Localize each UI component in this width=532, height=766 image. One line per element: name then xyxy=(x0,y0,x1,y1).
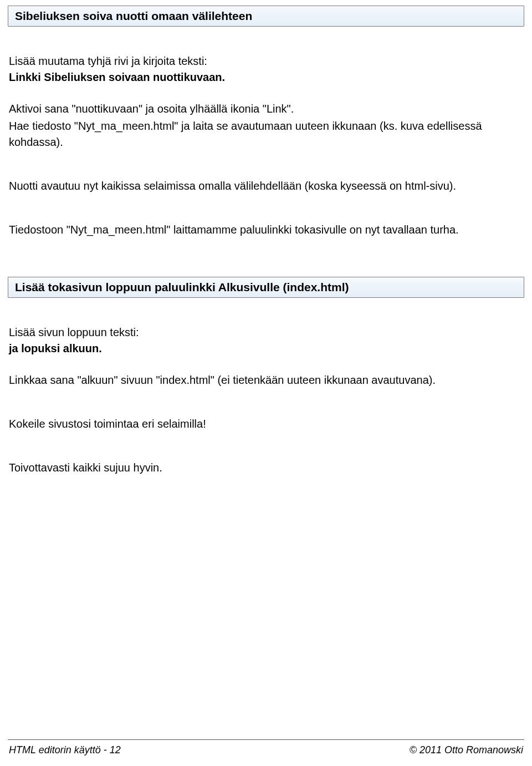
text-line: Kokeile sivustosi toimintaa eri selaimil… xyxy=(9,418,206,430)
text-line: Nuotti avautuu nyt kaikissa selaimissa o… xyxy=(9,180,456,192)
page: Sibeliuksen soiva nuotti omaan välilehte… xyxy=(0,0,532,766)
text-line: Aktivoi sana "nuottikuvaan" ja osoita yl… xyxy=(9,103,294,115)
text-line: Linkki Sibeliuksen soivaan nuottikuvaan. xyxy=(9,71,225,83)
paragraph: Linkkaa sana "alkuun" sivuun "index.html… xyxy=(9,372,524,388)
heading-text: Sibeliuksen soiva nuotti omaan välilehte… xyxy=(15,9,252,22)
paragraph: Lisää sivun loppuun teksti: xyxy=(9,324,524,341)
text-line: ja lopuksi alkuun. xyxy=(9,342,102,354)
paragraph: Toivottavasti kaikki sujuu hyvin. xyxy=(9,460,524,476)
text-line: Lisää muutama tyhjä rivi ja kirjoita tek… xyxy=(9,55,207,67)
paragraph-bold: ja lopuksi alkuun. xyxy=(9,341,524,357)
paragraph: Aktivoi sana "nuottikuvaan" ja osoita yl… xyxy=(9,101,524,117)
footer-right: © 2011 Otto Romanowski xyxy=(410,744,523,756)
text-line: Hae tiedosto "Nyt_ma_meen.html" ja laita… xyxy=(9,120,482,148)
paragraph: Hae tiedosto "Nyt_ma_meen.html" ja laita… xyxy=(9,118,508,150)
paragraph-block: Lisää muutama tyhjä rivi ja kirjoita tek… xyxy=(8,53,524,85)
paragraph: Nuotti avautuu nyt kaikissa selaimissa o… xyxy=(9,178,524,194)
text-line: Lisää sivun loppuun teksti: xyxy=(9,326,139,338)
text-line: Tiedostoon "Nyt_ma_meen.html" laittamamm… xyxy=(9,224,459,236)
footer-left: HTML editorin käyttö - 12 xyxy=(9,744,121,756)
paragraph-block: Lisää sivun loppuun teksti: ja lopuksi a… xyxy=(8,324,524,357)
paragraph-bold: Linkki Sibeliuksen soivaan nuottikuvaan. xyxy=(9,69,524,85)
paragraph: Kokeile sivustosi toimintaa eri selaimil… xyxy=(9,416,524,432)
section-heading-1: Sibeliuksen soiva nuotti omaan välilehte… xyxy=(8,6,524,27)
footer-divider xyxy=(8,739,524,740)
heading-text: Lisää tokasivun loppuun paluulinkki Alku… xyxy=(15,281,349,293)
page-footer: HTML editorin käyttö - 12 © 2011 Otto Ro… xyxy=(8,739,524,756)
paragraph: Tiedostoon "Nyt_ma_meen.html" laittamamm… xyxy=(9,222,524,238)
footer-row: HTML editorin käyttö - 12 © 2011 Otto Ro… xyxy=(8,744,524,756)
text-line: Linkkaa sana "alkuun" sivuun "index.html… xyxy=(9,374,436,386)
paragraph: Lisää muutama tyhjä rivi ja kirjoita tek… xyxy=(9,53,524,69)
text-line: Toivottavasti kaikki sujuu hyvin. xyxy=(9,461,162,474)
section-heading-2: Lisää tokasivun loppuun paluulinkki Alku… xyxy=(8,277,524,298)
